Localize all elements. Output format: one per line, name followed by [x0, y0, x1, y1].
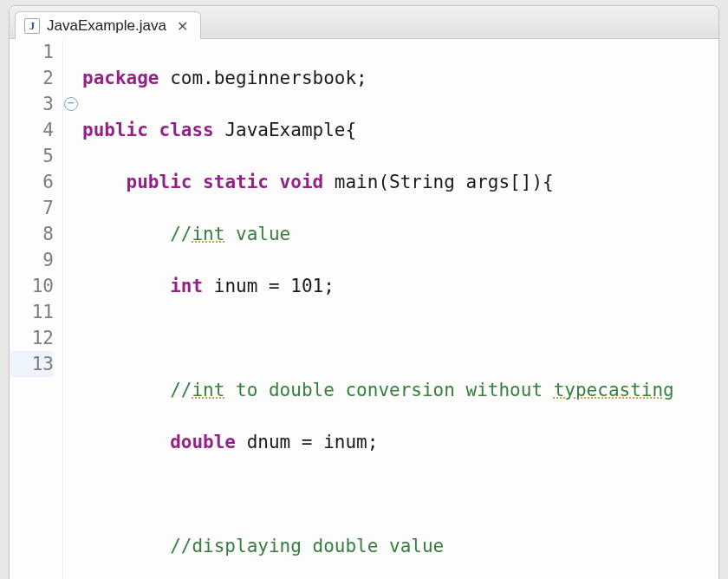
comment: to double conversion without: [224, 380, 553, 400]
line-number: 9: [10, 247, 54, 273]
editor-panel: J JavaExample.java ✕ 1 2 3 4 5 6 7 8 9 1…: [9, 5, 719, 579]
editor-tab-javaexample[interactable]: J JavaExample.java ✕: [15, 11, 201, 39]
code-text: String: [389, 172, 455, 192]
line-number: 11: [10, 299, 54, 325]
comment: //: [170, 224, 192, 244]
line-number-gutter: 1 2 3 4 5 6 7 8 9 10 11 12 13: [10, 39, 63, 579]
line-number: 8: [10, 221, 54, 247]
editor-tab-bar: J JavaExample.java ✕: [10, 6, 718, 39]
keyword: void: [280, 172, 324, 192]
keyword: package: [82, 68, 159, 88]
comment: int: [192, 224, 224, 244]
code-area[interactable]: 1 2 3 4 5 6 7 8 9 10 11 12 13 − package …: [10, 39, 718, 579]
line-number: 6: [10, 169, 54, 195]
code-text: dnum = inum;: [236, 432, 378, 452]
comment: //displaying double value: [170, 536, 444, 556]
code-text: main(: [323, 172, 389, 192]
code-text: {: [345, 120, 356, 140]
line-number: 12: [10, 325, 54, 351]
line-number: 13: [10, 351, 54, 377]
comment: //: [170, 380, 192, 400]
keyword: class: [159, 120, 214, 140]
editor-tab-label: JavaExample.java: [47, 17, 166, 35]
code-text: com.beginnersbook;: [159, 68, 367, 88]
keyword: static: [203, 172, 269, 192]
comment: value: [224, 224, 290, 244]
line-number: 2: [10, 65, 54, 91]
fold-toggle-icon[interactable]: −: [64, 97, 78, 111]
line-number: 5: [10, 143, 54, 169]
code-text: inum = 101;: [203, 276, 335, 296]
line-number: 7: [10, 195, 54, 221]
keyword: int: [170, 276, 203, 296]
code-text: JavaExample: [214, 120, 346, 140]
code-text: args[]){: [455, 172, 554, 192]
code-lines[interactable]: package com.beginnersbook; public class …: [81, 39, 718, 579]
keyword: public: [82, 120, 148, 140]
close-icon[interactable]: ✕: [177, 18, 188, 35]
comment: typecasting: [554, 380, 674, 400]
line-number: 1: [10, 39, 54, 65]
line-number: 4: [10, 117, 54, 143]
comment: int: [192, 380, 224, 400]
keyword: public: [127, 172, 192, 192]
keyword: double: [170, 432, 236, 452]
line-number: 10: [10, 273, 54, 299]
line-number: 3: [10, 91, 54, 117]
java-file-icon: J: [24, 18, 40, 34]
fold-column: −: [63, 39, 81, 579]
